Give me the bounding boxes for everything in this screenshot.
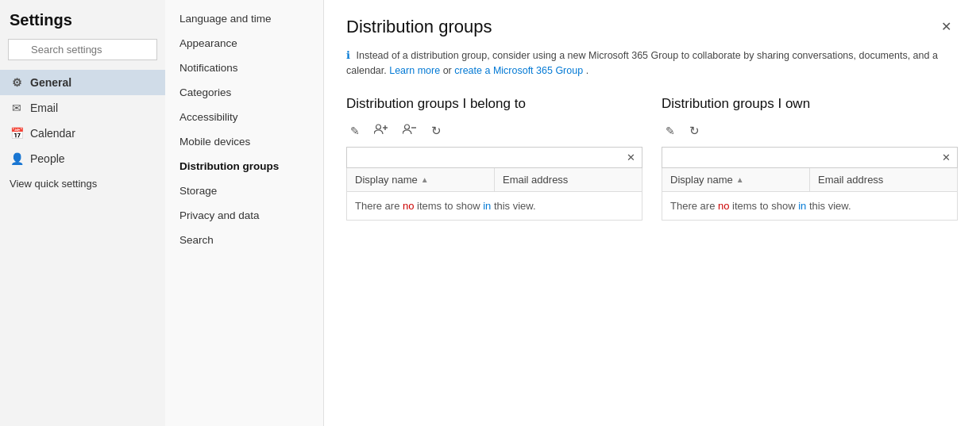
right-empty-message: There are no items to show in this view. [662,192,958,221]
nav-search[interactable]: Search [165,228,323,252]
sidebar-item-general[interactable]: ⚙ General [0,70,165,95]
right-panel-toolbar: ✎ ↻ [662,121,958,140]
sort-icon-right: ▲ [736,175,744,184]
nav-appearance[interactable]: Appearance [165,31,323,56]
sidebar: Settings 🔍 ⚙ General ✉ Email 📅 Calendar … [0,0,165,426]
email-icon: ✉ [10,102,24,114]
page-title: Distribution groups [346,17,492,37]
sidebar-item-calendar-label: Calendar [30,127,156,140]
right-table-header: Display name ▲ Email address [662,168,958,192]
or-text: or [443,65,452,76]
left-no-items-highlight: no [403,200,414,212]
refresh-button-left[interactable]: ↻ [427,121,446,140]
period: . [586,65,588,76]
sidebar-item-calendar[interactable]: 📅 Calendar [0,121,165,146]
sort-icon-left: ▲ [421,175,429,184]
view-quick-settings[interactable]: View quick settings [0,171,165,196]
add-members-icon [374,124,388,137]
right-refresh-icon: ↻ [689,124,700,137]
left-search-input[interactable] [347,148,620,167]
right-col-display-name: Display name ▲ [662,168,810,191]
right-refresh-button[interactable]: ↻ [685,121,704,140]
search-box-wrap: 🔍 [0,39,165,70]
add-members-button[interactable] [370,121,392,140]
sidebar-item-general-label: General [30,76,156,89]
edit-icon: ✎ [350,125,360,137]
main-header: Distribution groups ✕ [346,16,958,37]
nav-notifications[interactable]: Notifications [165,56,323,80]
nav-privacy[interactable]: Privacy and data [165,203,323,228]
right-col-email-label: Email address [818,174,883,186]
right-edit-button[interactable]: ✎ [662,121,679,140]
left-search-row: ✕ [346,147,642,168]
panels-row: Distribution groups I belong to ✎ [346,96,958,221]
people-icon: 👤 [10,152,24,165]
create-group-link[interactable]: create a Microsoft 365 Group [454,65,583,76]
gear-icon: ⚙ [10,76,24,89]
sidebar-item-email-label: Email [30,102,156,114]
edit-button[interactable]: ✎ [346,121,364,140]
sidebar-item-people-label: People [30,152,156,165]
svg-point-3 [405,125,410,129]
left-panel-title: Distribution groups I belong to [346,96,642,112]
left-empty-message: There are no items to show in this view. [346,192,642,221]
right-no-items-highlight: no [718,200,729,212]
search-settings-input[interactable] [8,39,157,60]
left-col-display-name-label: Display name [355,174,418,186]
left-panel-toolbar: ✎ [346,121,642,140]
svg-point-0 [376,125,381,129]
nav-language[interactable]: Language and time [165,6,323,31]
remove-member-icon [403,124,417,137]
right-panel: Distribution groups I own ✎ ↻ ✕ Display … [662,96,958,221]
calendar-icon: 📅 [10,127,24,140]
main-content: Distribution groups ✕ ℹ Instead of a dis… [324,0,980,426]
search-box-container: 🔍 [8,39,157,60]
left-in-text: in [483,200,491,212]
right-edit-icon: ✎ [666,125,675,137]
sidebar-item-people[interactable]: 👤 People [0,146,165,171]
middle-nav: Language and time Appearance Notificatio… [165,0,324,426]
refresh-icon-left: ↻ [431,124,442,137]
left-panel: Distribution groups I belong to ✎ [346,96,642,221]
sidebar-title: Settings [0,11,165,39]
info-dot-icon: ℹ [346,50,350,61]
nav-accessibility[interactable]: Accessibility [165,105,323,129]
nav-categories[interactable]: Categories [165,80,323,105]
nav-storage[interactable]: Storage [165,178,323,203]
right-search-row: ✕ [662,147,958,168]
right-search-input[interactable] [662,148,936,167]
right-panel-title: Distribution groups I own [662,96,958,112]
close-button[interactable]: ✕ [935,16,958,37]
right-clear-button[interactable]: ✕ [936,148,957,167]
nav-mobile[interactable]: Mobile devices [165,129,323,154]
right-in-text: in [798,200,806,212]
sidebar-item-email[interactable]: ✉ Email [0,95,165,121]
left-col-email: Email address [495,168,642,191]
left-table-header: Display name ▲ Email address [346,168,642,192]
left-col-display-name: Display name ▲ [347,168,495,191]
right-col-display-name-label: Display name [670,174,733,186]
info-bar: ℹ Instead of a distribution group, consi… [346,48,958,79]
left-col-email-label: Email address [503,174,568,186]
right-col-email: Email address [810,168,957,191]
app-container: Settings 🔍 ⚙ General ✉ Email 📅 Calendar … [0,0,980,426]
nav-distribution[interactable]: Distribution groups [165,154,323,178]
left-clear-button[interactable]: ✕ [620,148,642,167]
learn-more-link[interactable]: Learn more [389,65,440,76]
remove-member-button[interactable] [399,121,421,140]
